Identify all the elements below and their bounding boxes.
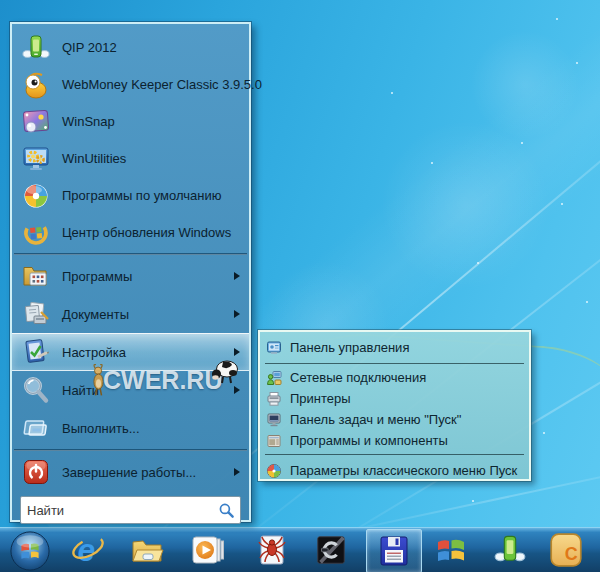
- menu-item-webmoney[interactable]: WebMoney Keeper Classic 3.9.5.0: [12, 66, 249, 103]
- menu-item-label: Программы: [62, 269, 132, 284]
- menu-item-label: WebMoney Keeper Classic 3.9.5.0: [62, 77, 262, 92]
- run-icon: [21, 413, 51, 443]
- wallpaper-sparkle: [391, 92, 393, 94]
- submenu-item-network-connections[interactable]: Сетевые подключения: [260, 367, 529, 388]
- submenu-item-taskbar-start-menu[interactable]: Панель задач и меню "Пуск": [260, 409, 529, 430]
- wallpaper-sparkle: [521, 142, 523, 144]
- programs-folder-icon: [21, 261, 51, 291]
- desktop: QIP 2012 WebMoney Keeper Classic 3.9.5.0: [0, 0, 600, 572]
- taskbar-button-c-app[interactable]: C: [544, 529, 588, 571]
- programs-features-icon: [266, 433, 282, 449]
- c-app-icon: C: [547, 531, 585, 569]
- menu-item-qip[interactable]: QIP 2012: [12, 29, 249, 66]
- submenu-item-programs-features[interactable]: Программы и компоненты: [260, 430, 529, 451]
- webmoney-icon: [21, 70, 51, 100]
- submenu-item-label: Панель управления: [290, 340, 409, 355]
- taskbar-button-qip[interactable]: [488, 529, 532, 571]
- wallpaper-sparkle: [556, 18, 558, 20]
- menu-item-label: WinSnap: [62, 114, 115, 129]
- internet-explorer-icon: e: [69, 531, 107, 569]
- shutdown-icon: [21, 457, 51, 487]
- start-menu: QIP 2012 WebMoney Keeper Classic 3.9.5.0: [10, 22, 251, 522]
- menu-item-label: Завершение работы...: [62, 465, 196, 480]
- submenu-item-label: Панель задач и меню "Пуск": [290, 412, 461, 427]
- folder-icon: [129, 532, 165, 568]
- default-programs-icon: [21, 181, 51, 211]
- floppy-disk-icon: [376, 533, 412, 569]
- submenu-item-label: Принтеры: [290, 391, 351, 406]
- settings-icon: [21, 337, 51, 367]
- media-player-icon: [190, 532, 226, 568]
- submenu-item-printers[interactable]: Принтеры: [260, 388, 529, 409]
- documents-icon: [21, 299, 51, 329]
- submenu-separator: [265, 454, 524, 455]
- submenu-item-label: Параметры классического меню Пуск: [290, 463, 517, 478]
- submenu-item-classic-start-menu[interactable]: Параметры классического меню Пуск: [260, 458, 529, 483]
- wallpaper-sparkle: [431, 162, 433, 164]
- menu-item-label: Программы по умолчанию: [62, 188, 221, 203]
- submenu-arrow-icon: [234, 310, 240, 318]
- taskbar-settings-icon: [266, 412, 282, 428]
- control-panel-icon: [266, 340, 282, 356]
- menu-item-label: Выполнить...: [62, 421, 140, 436]
- qip-icon: [21, 33, 51, 63]
- wallpaper-sparkle: [477, 262, 479, 264]
- menu-item-label: QIP 2012: [62, 40, 117, 55]
- network-connections-icon: [266, 370, 282, 386]
- menu-item-winsnap[interactable]: WinSnap: [12, 103, 249, 140]
- menu-item-winutilities[interactable]: WinUtilities: [12, 140, 249, 177]
- start-menu-search-box: [20, 496, 241, 524]
- winutilities-icon: [21, 144, 51, 174]
- taskbar-button-windows[interactable]: [429, 529, 473, 571]
- menu-item-label: Центр обновления Windows: [62, 225, 231, 240]
- stc-app-icon: [314, 533, 348, 567]
- submenu-arrow-icon: [234, 468, 240, 476]
- menu-item-label: Настройка: [62, 345, 126, 360]
- taskbar: e: [0, 527, 600, 572]
- menu-item-default-programs[interactable]: Программы по умолчанию: [12, 177, 249, 214]
- classic-start-menu-icon: [266, 463, 282, 479]
- submenu-item-control-panel[interactable]: Панель управления: [260, 335, 529, 360]
- wallpaper-sparkle: [543, 432, 545, 434]
- submenu-separator: [265, 363, 524, 364]
- menu-item-settings[interactable]: Настройка: [12, 333, 249, 371]
- wallpaper-sparkle: [586, 301, 588, 303]
- spider-icon: [254, 532, 290, 568]
- menu-item-windows-update[interactable]: Центр обновления Windows: [12, 214, 249, 251]
- taskbar-button-floppy-active[interactable]: [366, 529, 422, 572]
- wallpaper-sparkle: [472, 500, 474, 502]
- menu-item-run[interactable]: Выполнить...: [12, 409, 249, 447]
- menu-item-label: WinUtilities: [62, 151, 126, 166]
- settings-submenu: Панель управления Сетевые подключения Пр…: [258, 330, 531, 481]
- taskbar-button-media-player[interactable]: [186, 529, 230, 571]
- taskbar-button-internet-explorer[interactable]: e: [66, 529, 110, 571]
- menu-item-shutdown[interactable]: Завершение работы...: [12, 453, 249, 491]
- search-input[interactable]: [21, 503, 218, 518]
- taskbar-button-windows-explorer[interactable]: [125, 529, 169, 571]
- winsnap-icon: [21, 107, 51, 137]
- menu-item-find[interactable]: Найти: [12, 371, 249, 409]
- svg-text:C: C: [565, 544, 578, 564]
- windows-flag-icon: [433, 532, 469, 568]
- menu-separator: [14, 449, 247, 451]
- menu-item-documents[interactable]: Документы: [12, 295, 249, 333]
- wallpaper-bokeh: [380, 120, 550, 290]
- search-icon: [21, 375, 51, 405]
- submenu-item-label: Программы и компоненты: [290, 433, 448, 448]
- windows-orb-icon: [9, 530, 51, 572]
- wallpaper-sparkle: [561, 203, 563, 205]
- submenu-arrow-icon: [234, 348, 240, 356]
- taskbar-button-spider[interactable]: [250, 529, 294, 571]
- search-magnifier-icon[interactable]: [218, 502, 235, 519]
- menu-separator: [14, 253, 247, 255]
- start-button[interactable]: [7, 529, 53, 572]
- taskbar-button-stc[interactable]: [309, 529, 353, 571]
- menu-item-label: Найти: [62, 383, 99, 398]
- submenu-arrow-icon: [234, 272, 240, 280]
- wallpaper-sparkle: [576, 62, 578, 64]
- svg-text:e: e: [77, 532, 95, 568]
- printers-icon: [266, 391, 282, 407]
- menu-item-label: Документы: [62, 307, 129, 322]
- qip-taskbar-icon: [493, 533, 527, 567]
- menu-item-programs[interactable]: Программы: [12, 257, 249, 295]
